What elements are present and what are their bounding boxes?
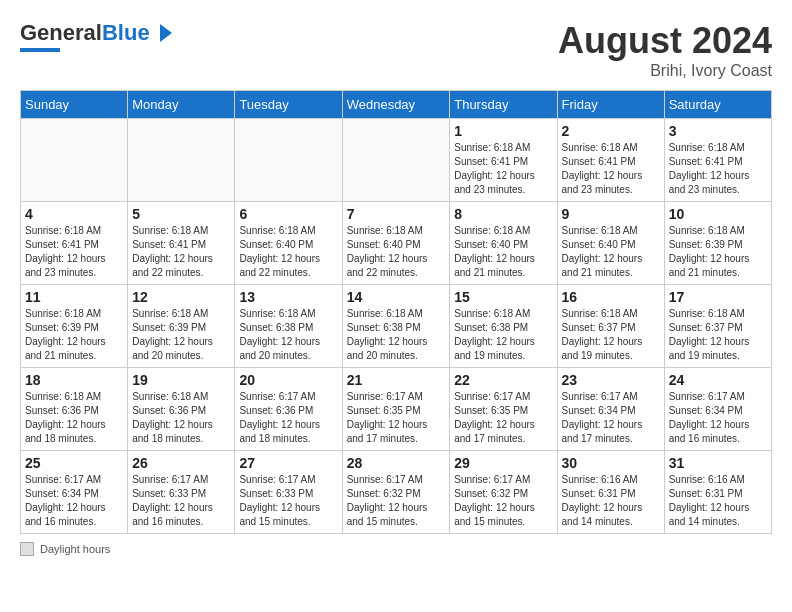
- day-number: 28: [347, 455, 446, 471]
- day-info: Sunrise: 6:18 AM Sunset: 6:37 PM Dayligh…: [669, 307, 767, 363]
- day-info: Sunrise: 6:18 AM Sunset: 6:39 PM Dayligh…: [132, 307, 230, 363]
- day-number: 1: [454, 123, 552, 139]
- day-info: Sunrise: 6:18 AM Sunset: 6:41 PM Dayligh…: [454, 141, 552, 197]
- day-number: 13: [239, 289, 337, 305]
- day-number: 11: [25, 289, 123, 305]
- day-number: 26: [132, 455, 230, 471]
- day-info: Sunrise: 6:17 AM Sunset: 6:34 PM Dayligh…: [25, 473, 123, 529]
- calendar-cell: 16Sunrise: 6:18 AM Sunset: 6:37 PM Dayli…: [557, 285, 664, 368]
- day-info: Sunrise: 6:17 AM Sunset: 6:36 PM Dayligh…: [239, 390, 337, 446]
- day-info: Sunrise: 6:18 AM Sunset: 6:40 PM Dayligh…: [347, 224, 446, 280]
- day-info: Sunrise: 6:17 AM Sunset: 6:35 PM Dayligh…: [454, 390, 552, 446]
- day-info: Sunrise: 6:18 AM Sunset: 6:41 PM Dayligh…: [132, 224, 230, 280]
- day-info: Sunrise: 6:18 AM Sunset: 6:40 PM Dayligh…: [239, 224, 337, 280]
- day-number: 22: [454, 372, 552, 388]
- day-number: 21: [347, 372, 446, 388]
- calendar-cell: 29Sunrise: 6:17 AM Sunset: 6:32 PM Dayli…: [450, 451, 557, 534]
- day-info: Sunrise: 6:18 AM Sunset: 6:39 PM Dayligh…: [25, 307, 123, 363]
- day-number: 8: [454, 206, 552, 222]
- logo: General Blue: [20, 20, 174, 52]
- day-info: Sunrise: 6:17 AM Sunset: 6:33 PM Dayligh…: [132, 473, 230, 529]
- day-info: Sunrise: 6:16 AM Sunset: 6:31 PM Dayligh…: [669, 473, 767, 529]
- calendar-cell: 11Sunrise: 6:18 AM Sunset: 6:39 PM Dayli…: [21, 285, 128, 368]
- day-info: Sunrise: 6:18 AM Sunset: 6:38 PM Dayligh…: [239, 307, 337, 363]
- day-info: Sunrise: 6:18 AM Sunset: 6:36 PM Dayligh…: [132, 390, 230, 446]
- calendar-cell: 22Sunrise: 6:17 AM Sunset: 6:35 PM Dayli…: [450, 368, 557, 451]
- calendar-cell: 3Sunrise: 6:18 AM Sunset: 6:41 PM Daylig…: [664, 119, 771, 202]
- week-row-4: 25Sunrise: 6:17 AM Sunset: 6:34 PM Dayli…: [21, 451, 772, 534]
- footer: Daylight hours: [20, 542, 772, 556]
- calendar-cell: 13Sunrise: 6:18 AM Sunset: 6:38 PM Dayli…: [235, 285, 342, 368]
- day-info: Sunrise: 6:18 AM Sunset: 6:41 PM Dayligh…: [669, 141, 767, 197]
- day-number: 3: [669, 123, 767, 139]
- day-info: Sunrise: 6:18 AM Sunset: 6:41 PM Dayligh…: [25, 224, 123, 280]
- logo-blue: Blue: [102, 20, 150, 46]
- calendar-cell: 25Sunrise: 6:17 AM Sunset: 6:34 PM Dayli…: [21, 451, 128, 534]
- weekday-header-friday: Friday: [557, 91, 664, 119]
- weekday-header-wednesday: Wednesday: [342, 91, 450, 119]
- day-info: Sunrise: 6:18 AM Sunset: 6:37 PM Dayligh…: [562, 307, 660, 363]
- calendar-cell: 19Sunrise: 6:18 AM Sunset: 6:36 PM Dayli…: [128, 368, 235, 451]
- day-number: 14: [347, 289, 446, 305]
- day-number: 16: [562, 289, 660, 305]
- calendar-cell: 26Sunrise: 6:17 AM Sunset: 6:33 PM Dayli…: [128, 451, 235, 534]
- day-number: 24: [669, 372, 767, 388]
- day-number: 27: [239, 455, 337, 471]
- calendar-cell: [235, 119, 342, 202]
- svg-marker-0: [160, 24, 172, 42]
- calendar-cell: [128, 119, 235, 202]
- calendar-table: SundayMondayTuesdayWednesdayThursdayFrid…: [20, 90, 772, 534]
- week-row-2: 11Sunrise: 6:18 AM Sunset: 6:39 PM Dayli…: [21, 285, 772, 368]
- day-info: Sunrise: 6:17 AM Sunset: 6:33 PM Dayligh…: [239, 473, 337, 529]
- weekday-header-monday: Monday: [128, 91, 235, 119]
- calendar-cell: 23Sunrise: 6:17 AM Sunset: 6:34 PM Dayli…: [557, 368, 664, 451]
- day-info: Sunrise: 6:18 AM Sunset: 6:38 PM Dayligh…: [454, 307, 552, 363]
- calendar-cell: 7Sunrise: 6:18 AM Sunset: 6:40 PM Daylig…: [342, 202, 450, 285]
- calendar-cell: [21, 119, 128, 202]
- calendar-cell: 14Sunrise: 6:18 AM Sunset: 6:38 PM Dayli…: [342, 285, 450, 368]
- calendar-cell: 21Sunrise: 6:17 AM Sunset: 6:35 PM Dayli…: [342, 368, 450, 451]
- day-number: 19: [132, 372, 230, 388]
- day-number: 18: [25, 372, 123, 388]
- day-number: 2: [562, 123, 660, 139]
- page-header: General Blue August 2024 Brihi, Ivory Co…: [20, 20, 772, 80]
- day-number: 20: [239, 372, 337, 388]
- weekday-header-sunday: Sunday: [21, 91, 128, 119]
- logo-underline: [20, 48, 60, 52]
- calendar-cell: 24Sunrise: 6:17 AM Sunset: 6:34 PM Dayli…: [664, 368, 771, 451]
- calendar-cell: 17Sunrise: 6:18 AM Sunset: 6:37 PM Dayli…: [664, 285, 771, 368]
- calendar-cell: [342, 119, 450, 202]
- weekday-header-thursday: Thursday: [450, 91, 557, 119]
- day-number: 9: [562, 206, 660, 222]
- day-number: 6: [239, 206, 337, 222]
- calendar-cell: 2Sunrise: 6:18 AM Sunset: 6:41 PM Daylig…: [557, 119, 664, 202]
- week-row-1: 4Sunrise: 6:18 AM Sunset: 6:41 PM Daylig…: [21, 202, 772, 285]
- calendar-cell: 31Sunrise: 6:16 AM Sunset: 6:31 PM Dayli…: [664, 451, 771, 534]
- calendar-cell: 5Sunrise: 6:18 AM Sunset: 6:41 PM Daylig…: [128, 202, 235, 285]
- logo-arrow-icon: [152, 22, 174, 44]
- calendar-cell: 4Sunrise: 6:18 AM Sunset: 6:41 PM Daylig…: [21, 202, 128, 285]
- weekday-header-row: SundayMondayTuesdayWednesdayThursdayFrid…: [21, 91, 772, 119]
- day-number: 17: [669, 289, 767, 305]
- day-info: Sunrise: 6:18 AM Sunset: 6:41 PM Dayligh…: [562, 141, 660, 197]
- day-number: 10: [669, 206, 767, 222]
- weekday-header-saturday: Saturday: [664, 91, 771, 119]
- calendar-cell: 12Sunrise: 6:18 AM Sunset: 6:39 PM Dayli…: [128, 285, 235, 368]
- day-info: Sunrise: 6:17 AM Sunset: 6:35 PM Dayligh…: [347, 390, 446, 446]
- week-row-0: 1Sunrise: 6:18 AM Sunset: 6:41 PM Daylig…: [21, 119, 772, 202]
- day-number: 5: [132, 206, 230, 222]
- day-number: 25: [25, 455, 123, 471]
- day-info: Sunrise: 6:17 AM Sunset: 6:32 PM Dayligh…: [347, 473, 446, 529]
- day-number: 29: [454, 455, 552, 471]
- week-row-3: 18Sunrise: 6:18 AM Sunset: 6:36 PM Dayli…: [21, 368, 772, 451]
- day-info: Sunrise: 6:18 AM Sunset: 6:40 PM Dayligh…: [562, 224, 660, 280]
- calendar-cell: 27Sunrise: 6:17 AM Sunset: 6:33 PM Dayli…: [235, 451, 342, 534]
- calendar-cell: 18Sunrise: 6:18 AM Sunset: 6:36 PM Dayli…: [21, 368, 128, 451]
- day-number: 15: [454, 289, 552, 305]
- footer-box: [20, 542, 34, 556]
- month-title: August 2024: [558, 20, 772, 62]
- calendar-cell: 9Sunrise: 6:18 AM Sunset: 6:40 PM Daylig…: [557, 202, 664, 285]
- day-number: 31: [669, 455, 767, 471]
- calendar-cell: 1Sunrise: 6:18 AM Sunset: 6:41 PM Daylig…: [450, 119, 557, 202]
- day-number: 12: [132, 289, 230, 305]
